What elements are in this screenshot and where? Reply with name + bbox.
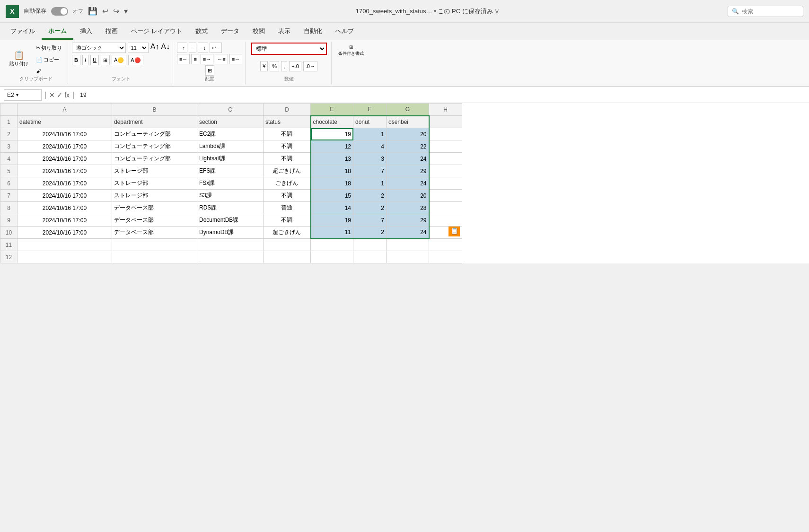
- cell-F8[interactable]: 2: [353, 202, 387, 214]
- cell-F4[interactable]: 3: [353, 153, 387, 165]
- cell-G11[interactable]: [387, 239, 429, 251]
- copy-button[interactable]: 📄 コピー: [33, 54, 65, 65]
- cell-D10[interactable]: 超ごきげん: [264, 227, 311, 239]
- cell-reference[interactable]: E2 ▾: [4, 89, 42, 101]
- cell-H6[interactable]: [429, 177, 462, 190]
- cell-A4[interactable]: 2024/10/16 17:00: [18, 153, 112, 165]
- wrap-text-button[interactable]: ↩≡: [210, 43, 221, 53]
- decimal-decrease-button[interactable]: .0→: [303, 61, 317, 71]
- italic-button[interactable]: I: [82, 55, 88, 65]
- font-name-select[interactable]: 游ゴシック: [72, 43, 126, 53]
- cell-C8[interactable]: RDS課: [197, 202, 264, 214]
- cell-D1[interactable]: status: [264, 116, 311, 128]
- cell-H9[interactable]: [429, 214, 462, 227]
- cell-F7[interactable]: 2: [353, 190, 387, 202]
- cell-H12[interactable]: [429, 251, 462, 263]
- cell-E5[interactable]: 18: [311, 165, 353, 177]
- search-input[interactable]: [742, 8, 789, 15]
- cell-D7[interactable]: 不調: [264, 190, 311, 202]
- tab-formula[interactable]: 数式: [189, 24, 214, 40]
- bold-button[interactable]: B: [72, 55, 80, 65]
- cell-H7[interactable]: [429, 190, 462, 202]
- cell-B3[interactable]: コンピューティング部: [112, 140, 197, 153]
- cell-C7[interactable]: S3課: [197, 190, 264, 202]
- align-left-button[interactable]: ≡←: [177, 54, 190, 64]
- cell-H1[interactable]: [429, 116, 462, 128]
- cell-ref-dropdown-icon[interactable]: ▾: [16, 92, 18, 97]
- paste-options-icon[interactable]: 📋: [448, 227, 460, 237]
- cell-C9[interactable]: DocumentDB課: [197, 214, 264, 227]
- cell-A7[interactable]: 2024/10/16 17:00: [18, 190, 112, 202]
- paste-button[interactable]: 📋 貼り付け: [7, 49, 31, 69]
- tab-automate[interactable]: 自動化: [297, 24, 329, 40]
- align-top-button[interactable]: ≡↑: [177, 43, 187, 53]
- cell-A9[interactable]: 2024/10/16 17:00: [18, 214, 112, 227]
- cell-B11[interactable]: [112, 239, 197, 251]
- cell-F1[interactable]: donut: [353, 116, 387, 128]
- cell-D9[interactable]: 不調: [264, 214, 311, 227]
- cell-B10[interactable]: データベース部: [112, 227, 197, 239]
- cell-E7[interactable]: 15: [311, 190, 353, 202]
- align-bottom-button[interactable]: ≡↓: [198, 43, 208, 53]
- cell-A11[interactable]: [18, 239, 112, 251]
- cell-C11[interactable]: [197, 239, 264, 251]
- cell-D4[interactable]: 不調: [264, 153, 311, 165]
- insert-function-icon[interactable]: fx: [64, 91, 70, 99]
- cell-C3[interactable]: Lambda課: [197, 140, 264, 153]
- format-painter-button[interactable]: 🖌: [33, 66, 65, 76]
- tab-help[interactable]: ヘルプ: [329, 24, 361, 40]
- col-header-H[interactable]: H: [429, 104, 462, 116]
- col-header-G[interactable]: G: [387, 104, 429, 116]
- col-header-B[interactable]: B: [112, 104, 197, 116]
- col-header-E[interactable]: E: [311, 104, 353, 116]
- col-header-C[interactable]: C: [197, 104, 264, 116]
- cell-B6[interactable]: ストレージ部: [112, 177, 197, 190]
- cell-B1[interactable]: department: [112, 116, 197, 128]
- tab-page-layout[interactable]: ページ レイアウト: [124, 24, 189, 40]
- underline-button[interactable]: U: [90, 55, 99, 65]
- undo-icon[interactable]: ↩: [102, 7, 108, 16]
- indent-increase-button[interactable]: ≡→: [229, 54, 242, 64]
- fill-color-button[interactable]: A🟡: [112, 55, 126, 65]
- percent-button[interactable]: %: [270, 61, 279, 71]
- cell-G1[interactable]: osenbei: [387, 116, 429, 128]
- cell-B9[interactable]: データベース部: [112, 214, 197, 227]
- tab-draw[interactable]: 描画: [99, 24, 124, 40]
- cell-F5[interactable]: 7: [353, 165, 387, 177]
- cell-G2[interactable]: 20: [387, 128, 429, 140]
- confirm-formula-icon[interactable]: ✓: [57, 91, 62, 99]
- tab-home[interactable]: ホーム: [42, 24, 73, 40]
- decrease-font-icon[interactable]: A↓: [161, 43, 170, 53]
- tab-review[interactable]: 校閲: [246, 24, 272, 40]
- merge-cells-button[interactable]: ⊞: [205, 65, 214, 76]
- cell-E1[interactable]: chocolate: [311, 116, 353, 128]
- cell-G10[interactable]: 24: [387, 227, 429, 239]
- indent-decrease-button[interactable]: ←≡: [215, 54, 228, 64]
- font-color-button[interactable]: A🔴: [128, 55, 143, 65]
- tab-insert[interactable]: 挿入: [73, 24, 99, 40]
- cell-D8[interactable]: 普通: [264, 202, 311, 214]
- cell-G9[interactable]: 29: [387, 214, 429, 227]
- search-box[interactable]: 🔍: [728, 6, 803, 17]
- cell-E11[interactable]: [311, 239, 353, 251]
- cell-F10[interactable]: 2: [353, 227, 387, 239]
- cell-H5[interactable]: [429, 165, 462, 177]
- cell-A12[interactable]: [18, 251, 112, 263]
- cell-H4[interactable]: [429, 153, 462, 165]
- cell-E3[interactable]: 12: [311, 140, 353, 153]
- cell-H2[interactable]: [429, 128, 462, 140]
- cancel-formula-icon[interactable]: ✕: [49, 91, 55, 99]
- redo-icon[interactable]: ↪: [113, 7, 119, 16]
- cell-C1[interactable]: section: [197, 116, 264, 128]
- customize-icon[interactable]: ▾: [124, 7, 128, 16]
- cell-B7[interactable]: ストレージ部: [112, 190, 197, 202]
- cell-D5[interactable]: 超ごきげん: [264, 165, 311, 177]
- cut-button[interactable]: ✂ 切り取り: [33, 43, 65, 53]
- cell-G7[interactable]: 20: [387, 190, 429, 202]
- cell-G12[interactable]: [387, 251, 429, 263]
- cell-E12[interactable]: [311, 251, 353, 263]
- cell-G6[interactable]: 24: [387, 177, 429, 190]
- cell-F3[interactable]: 4: [353, 140, 387, 153]
- cell-E9[interactable]: 19: [311, 214, 353, 227]
- tab-file[interactable]: ファイル: [4, 24, 42, 40]
